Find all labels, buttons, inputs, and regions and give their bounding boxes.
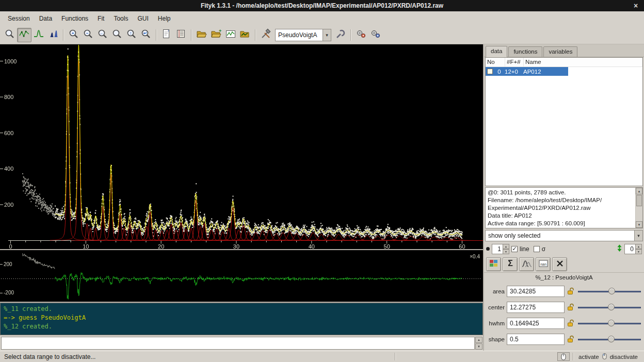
nan-button[interactable]: nan [536,257,551,271]
dataset-row[interactable]: 0 12+0 AP012 [486,67,568,76]
menu-help[interactable]: Help [153,12,175,25]
fit-undo-button[interactable] [368,28,383,42]
input-history-scrollbar[interactable]: ▲ ▼ [475,337,482,350]
dropdown-arrow-icon[interactable]: ▾ [634,230,643,241]
sidebar: datafunctionsvariables No#F+#Name 0 12+0… [483,44,644,351]
dataset-checkbox[interactable] [487,69,493,74]
magnifier-icon: − [83,28,94,41]
param-value-input[interactable]: 30.24285 [507,286,565,297]
mode-add-peak-button[interactable] [31,28,46,42]
scroll-thumb[interactable] [636,195,642,206]
lock-icon[interactable] [567,287,575,295]
mode-add-function-button[interactable] [46,28,60,42]
line-checkbox[interactable] [511,246,518,252]
status-message: Select data range to disactivate... [0,353,393,360]
menu-data[interactable]: Data [35,12,57,25]
save-plot-image-button[interactable] [223,28,238,42]
menu-gui[interactable]: GUI [133,12,153,25]
spin-down-icon[interactable]: ▼ [636,249,642,254]
menu-fit[interactable]: Fit [93,12,109,25]
tools-icon [260,28,271,41]
delete-button[interactable] [552,257,567,271]
tab-data[interactable]: data [486,46,507,57]
scroll-up-icon[interactable]: ▲ [636,188,642,194]
menu-tools[interactable]: Tools [109,12,133,25]
main-plot-canvas[interactable] [0,44,483,249]
param-row-area: area30.24285 [484,283,644,299]
functions-overlay-button[interactable] [519,257,534,271]
param-slider[interactable] [577,287,642,296]
menu-session[interactable]: Session [3,12,35,25]
lock-icon[interactable] [567,303,575,311]
param-value-input[interactable]: 0.5 [507,334,565,345]
dataset-info-box: @0: 3011 points, 2789 active.Filename: /… [485,187,643,228]
tab-functions[interactable]: functions [508,46,542,57]
param-slider[interactable] [577,319,642,328]
close-button[interactable]: × [631,0,641,11]
param-slider[interactable] [577,303,642,312]
edit-init-script-button[interactable]: ² [159,28,174,42]
fit-run-button[interactable] [354,28,368,42]
scroll-down-icon[interactable]: ▼ [636,221,642,228]
mode-data-range-button[interactable] [17,28,31,42]
tab-variables[interactable]: variables [543,46,577,57]
zoom-in-button[interactable]: + [67,28,81,42]
load-data-button[interactable] [195,28,209,42]
spin-down-icon[interactable]: ▼ [503,249,509,254]
mouse-icon [602,353,607,361]
param-value-input[interactable]: 0.1649425 [507,318,565,329]
menubar: SessionDataFunctionsFitToolsGUIHelp [0,11,644,26]
sidebar-tabs: datafunctionsvariables [484,44,644,57]
dropdown-arrow-icon[interactable]: ▾ [323,29,331,41]
zoom-out-button[interactable]: − [81,28,95,42]
slider-handle[interactable] [608,304,615,310]
mode-normal-zoom-button[interactable] [3,28,17,42]
load-data-custom-button[interactable]: + [209,28,223,42]
column-header-no[interactable]: No [486,58,505,67]
slider-handle[interactable] [608,288,615,294]
scroll-up-icon[interactable]: ▲ [475,337,482,343]
lock-icon[interactable] [567,319,575,327]
spin-up-icon[interactable]: ▲ [636,244,642,249]
zoom-prev-button[interactable]: ← [95,28,110,42]
export-data-button[interactable] [238,28,252,42]
console-line: %_11 created. [4,305,479,314]
shift-spinner[interactable]: 0 ▲▼ [624,244,642,254]
command-row: ▲ ▼ [0,335,483,351]
column-header-name[interactable]: Name [524,58,642,67]
zoom-all-button[interactable] [110,28,124,42]
folder-plus-icon: + [211,28,222,41]
scroll-down-icon[interactable]: ▼ [475,343,482,350]
data-transform-button[interactable] [259,28,273,42]
session-log-button[interactable] [174,28,188,42]
define-function-button[interactable] [333,28,348,42]
shift-value[interactable]: 0 [624,244,636,254]
svg-text:↩: ↩ [143,31,147,36]
svg-text:nan: nan [540,262,546,266]
point-size-value[interactable]: 1 [492,244,503,254]
zoom-vertical-button[interactable]: ↕ [124,28,139,42]
info-scrollbar[interactable]: ▲ ▼ [635,188,642,228]
sigma-checkbox[interactable] [534,246,540,252]
param-value-input[interactable]: 12.27275 [507,302,565,313]
aux-plot-canvas[interactable] [0,250,483,302]
slider-handle[interactable] [608,320,615,326]
magnifier-icon [111,28,123,41]
statusbar-separator [573,353,574,360]
spin-up-icon[interactable]: ▲ [503,244,509,249]
mouse-hint-button[interactable] [557,352,570,361]
point-size-spinner[interactable]: 1 ▲▼ [492,244,509,254]
zoom-undo-button[interactable]: ↩ [139,28,153,42]
function-type-selector[interactable]: PseudoVoigtA▾ [275,29,331,41]
console-line: =-> guess PseudoVoigtA [4,314,479,322]
color-grid-button[interactable] [486,257,501,271]
slider-handle[interactable] [608,336,615,342]
column-header-f[interactable]: #F+# [505,58,524,67]
lock-icon[interactable] [567,335,575,343]
command-input[interactable] [1,337,475,350]
param-slider[interactable] [577,335,642,344]
menu-functions[interactable]: Functions [57,12,93,25]
sum-button[interactable]: Σ [503,257,518,271]
filter-dropdown[interactable]: show only selected ▾ [485,230,643,241]
output-console: %_11 created.=-> guess PseudoVoigtA%_12 … [0,303,483,335]
